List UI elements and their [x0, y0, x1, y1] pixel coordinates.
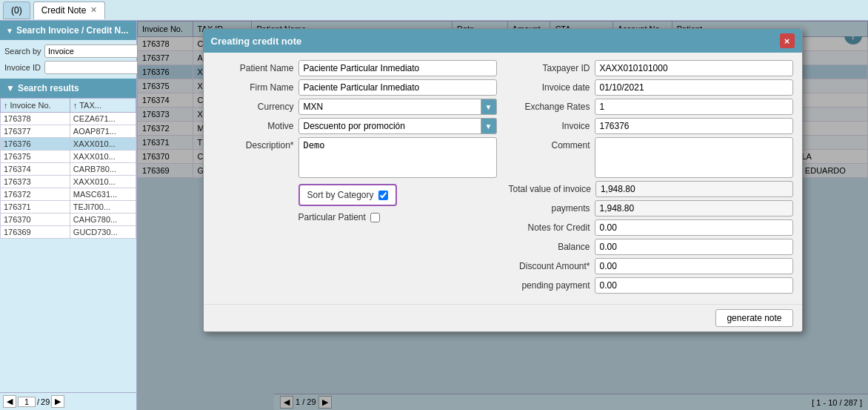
search-section-label: Search Invoice / Credit N... [16, 25, 128, 36]
description-label: Description* [213, 137, 294, 151]
sidebar-taxpayer: XAXX010... [70, 151, 136, 163]
currency-select[interactable]: MXN [298, 99, 497, 115]
modal-header: Creating credit note × [204, 29, 802, 53]
tab-close-icon[interactable]: ✕ [90, 5, 97, 15]
taxpayer-id-input[interactable] [595, 60, 793, 76]
tab-bar: (0) Credit Note ✕ [0, 0, 868, 21]
invoice-input[interactable] [595, 118, 793, 134]
search-by-row: Search by [4, 44, 132, 58]
sidebar-taxpayer: CARB780... [70, 163, 136, 176]
sidebar-result-row[interactable]: 176378CEZA671... [1, 113, 136, 125]
notes-credit-row: Notes for Credit [509, 219, 793, 236]
sidebar-taxpayer: XAXX010... [70, 138, 136, 151]
currency-label: Currency [213, 102, 294, 112]
search-fields: Search by Invoice ID [0, 40, 136, 79]
invoice-id-row: Invoice ID [4, 61, 132, 74]
tab-main-label: (0) [11, 5, 22, 16]
page-next-btn[interactable]: ▶ [51, 395, 64, 408]
payments-row: payments [509, 200, 793, 216]
modal-body: Patient Name Firm Name Currency [204, 53, 802, 304]
pending-payment-label: pending payment [509, 280, 590, 291]
notes-credit-input[interactable] [595, 219, 793, 236]
sidebar-taxpayer: CEZA671... [70, 113, 136, 125]
generate-note-button[interactable]: generate note [715, 309, 792, 327]
sort-by-category-checkbox[interactable] [378, 191, 388, 200]
sidebar-taxpayer: CAHG780... [70, 214, 136, 226]
sidebar-taxpayer: GUCD730... [70, 226, 136, 239]
particular-patient-checkbox[interactable] [370, 213, 380, 222]
sidebar-taxpayer: AOAP871... [70, 125, 136, 138]
balance-row: Balance [509, 239, 793, 255]
invoice-date-label: Invoice date [509, 82, 590, 93]
modal-footer: generate note [204, 304, 802, 331]
comment-textarea[interactable] [595, 137, 793, 178]
total-value-label: Total value of invoice [509, 184, 591, 194]
motive-select-wrapper: Descuento por promoción Devolución Bonif… [298, 118, 497, 134]
sidebar-result-row[interactable]: 176370CAHG780... [1, 214, 136, 226]
firm-name-label: Firm Name [213, 82, 294, 93]
modal-title: Creating credit note [211, 36, 302, 47]
sidebar-invoice-no: 176370 [1, 214, 70, 226]
sidebar-taxpayer: TEJI700... [70, 201, 136, 214]
description-row: Description* [213, 137, 497, 178]
page-total: 29 [41, 397, 50, 406]
sort-by-category-label: Sort by Category [307, 190, 374, 200]
sidebar-result-row[interactable]: 176369GUCD730... [1, 226, 136, 239]
sidebar: ▼ Search Invoice / Credit N... Search by… [0, 21, 137, 410]
sidebar-result-row[interactable]: 176372MASC631... [1, 188, 136, 201]
invoice-date-input[interactable] [595, 79, 793, 96]
payments-input [595, 200, 793, 216]
patient-name-input[interactable] [298, 60, 497, 76]
sidebar-invoice-no: 176373 [1, 176, 70, 188]
comment-row: Comment [509, 137, 793, 178]
tab-credit[interactable]: Credit Note ✕ [33, 1, 106, 19]
sidebar-invoice-no: 176369 [1, 226, 70, 239]
page-separator: / [37, 397, 39, 406]
firm-name-input[interactable] [298, 79, 497, 96]
currency-row: Currency MXN ▼ [213, 99, 497, 115]
sidebar-result-row[interactable]: 176371TEJI700... [1, 201, 136, 214]
modal-overlay: Creating credit note × Patient Name [137, 21, 868, 410]
page-first-btn[interactable]: ◀ [3, 395, 16, 408]
comment-label: Comment [509, 137, 590, 151]
page-number-input[interactable] [18, 397, 36, 407]
discount-amount-row: Discount Amount* [509, 258, 793, 274]
results-section-header: ▼ Search results [0, 79, 136, 98]
discount-amount-input[interactable] [595, 258, 793, 274]
results-table: ↑ Invoice No. ↑ TAX... 176378CEZA671...1… [0, 98, 136, 392]
sidebar-result-row[interactable]: 176373XAXX010... [1, 176, 136, 188]
sidebar-result-row[interactable]: 176374CARB780... [1, 163, 136, 176]
description-textarea[interactable] [298, 137, 497, 178]
sidebar-result-row[interactable]: 176376XAXX010... [1, 138, 136, 151]
invoice-id-label: Invoice ID [4, 63, 41, 72]
search-by-label: Search by [4, 47, 41, 56]
tab-credit-label: Credit Note [41, 5, 87, 16]
main-content: ? Invoice No.TAX IDPatient NameDateAmoun… [137, 21, 868, 410]
exchange-rates-label: Exchange Rates [509, 102, 590, 112]
sidebar-invoice-no: 176371 [1, 201, 70, 214]
credit-note-modal: Creating credit note × Patient Name [203, 28, 803, 332]
sidebar-taxpayer: XAXX010... [70, 176, 136, 188]
taxpayer-id-row: Taxpayer ID [509, 60, 793, 76]
modal-close-button[interactable]: × [780, 33, 795, 48]
patient-name-row: Patient Name [213, 60, 497, 76]
total-value-input [595, 181, 793, 197]
tab-main[interactable]: (0) [3, 1, 30, 19]
motive-row: Motive Descuento por promoción Devolució… [213, 118, 497, 134]
sidebar-result-row[interactable]: 176377AOAP871... [1, 125, 136, 138]
arrow-icon: ▼ [6, 27, 13, 35]
col-taxpayer[interactable]: ↑ TAX... [70, 99, 136, 113]
patient-name-label: Patient Name [213, 63, 294, 73]
balance-input[interactable] [595, 239, 793, 255]
sidebar-result-row[interactable]: 176375XAXX010... [1, 151, 136, 163]
exchange-rates-input[interactable] [595, 99, 793, 115]
results-section-label: Search results [18, 83, 79, 93]
total-value-row: Total value of invoice [509, 181, 793, 197]
motive-select[interactable]: Descuento por promoción Devolución Bonif… [298, 118, 497, 134]
exchange-rates-row: Exchange Rates [509, 99, 793, 115]
sidebar-invoice-no: 176372 [1, 188, 70, 201]
motive-label: Motive [213, 121, 294, 131]
sidebar-taxpayer: MASC631... [70, 188, 136, 201]
pending-payment-input[interactable] [595, 277, 793, 294]
col-invoice-no[interactable]: ↑ Invoice No. [1, 99, 70, 113]
